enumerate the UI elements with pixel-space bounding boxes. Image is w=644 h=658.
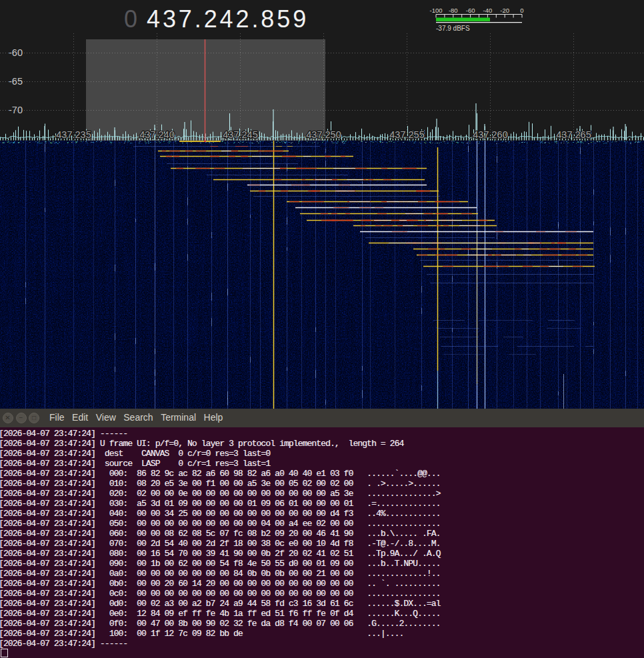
svg-text:437.260: 437.260 bbox=[473, 129, 507, 140]
svg-text:-65: -65 bbox=[9, 76, 23, 87]
svg-text:437.255: 437.255 bbox=[389, 129, 424, 140]
svg-text:0: 0 bbox=[520, 7, 523, 14]
svg-text:-70: -70 bbox=[9, 105, 23, 115]
svg-text:-80: -80 bbox=[449, 7, 458, 14]
svg-text:-60: -60 bbox=[9, 47, 23, 58]
svg-text:437.265: 437.265 bbox=[556, 129, 591, 140]
svg-text:-100: -100 bbox=[429, 7, 442, 14]
svg-text:437.245: 437.245 bbox=[223, 129, 257, 140]
svg-text:-60: -60 bbox=[466, 7, 475, 14]
svg-text:-40: -40 bbox=[483, 7, 493, 14]
svg-text:437.240: 437.240 bbox=[139, 129, 174, 140]
svg-text:-20: -20 bbox=[500, 7, 509, 14]
svg-text:-37.9 dBFS: -37.9 dBFS bbox=[436, 25, 470, 32]
svg-text:437.235: 437.235 bbox=[56, 129, 91, 140]
svg-text:437.250: 437.250 bbox=[306, 129, 341, 140]
